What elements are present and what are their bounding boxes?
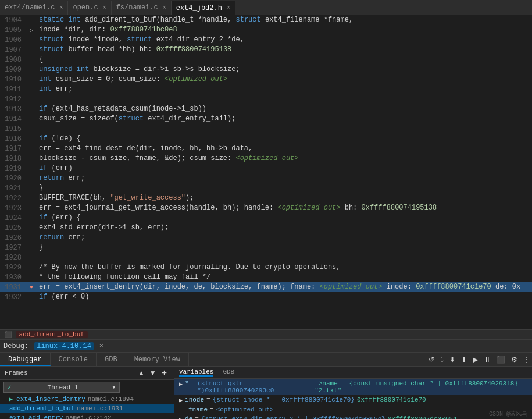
var-value: 0xffff88007dc08654 xyxy=(388,416,457,419)
code-line: 1931● err = ext4_insert_dentry(dir, inod… xyxy=(0,282,532,292)
layout-btn[interactable]: ⋮ xyxy=(522,355,532,364)
close-icon[interactable]: × xyxy=(163,5,166,11)
code-content: { xyxy=(37,55,532,65)
code-content: blocksize - csum_size, fname, &de); csum… xyxy=(37,154,532,164)
frame-function-name: add_dirent_to_buf xyxy=(9,405,74,412)
variables-header: VariablesGDB xyxy=(174,367,532,379)
debug-tab-console[interactable]: Console xyxy=(51,353,97,366)
var-equals: = xyxy=(206,396,210,403)
code-content: struct buffer_head *bh) bh: 0xffff880074… xyxy=(37,45,532,55)
step-over-btn[interactable]: ⤵ xyxy=(438,355,445,364)
line-number: 1918 xyxy=(0,155,26,163)
code-content: return err; xyxy=(37,173,532,183)
tab-label: open.c xyxy=(73,3,98,12)
frames-add-btn[interactable]: + xyxy=(159,368,169,378)
stop-btn[interactable]: ⬛ xyxy=(495,355,507,364)
code-content: csum_size = sizeof(struct ext4_dir_entry… xyxy=(37,114,532,124)
frames-list: ▶ext4_insert_dentry namei.c:1894add_dire… xyxy=(0,395,174,419)
code-content: err = ext4_journal_get_write_access(hand… xyxy=(37,203,532,213)
code-line: 1920 return err; xyxy=(0,173,532,183)
debug-tab-debugger[interactable]: Debugger xyxy=(0,353,51,366)
var-name: inode xyxy=(185,396,204,403)
var-value: 0xffff8800741c1e70 xyxy=(357,396,426,403)
frames-header: Frames ▲ ▼ + xyxy=(0,367,174,380)
frame-item[interactable]: add_dirent_to_buf namei.c:1931 xyxy=(0,404,174,413)
variable-item: ▶inode = {struct inode * | 0xffff8800741… xyxy=(174,395,532,405)
code-content: } xyxy=(37,243,532,253)
code-content: * the following function call may fail *… xyxy=(37,272,532,282)
close-debug-icon[interactable]: × xyxy=(99,342,103,350)
code-content: if (err < 0) xyxy=(37,292,532,302)
var-panel-tab-gdb[interactable]: GDB xyxy=(223,368,234,377)
code-line: 1915 xyxy=(0,124,532,134)
frame-item[interactable]: ▶ext4_insert_dentry namei.c:1894 xyxy=(0,395,174,404)
code-line: 1923 err = ext4_journal_get_write_access… xyxy=(0,203,532,213)
code-line: 1916 if (!de) { xyxy=(0,134,532,144)
line-number: 1924 xyxy=(0,214,26,222)
code-line: 1932 if (err < 0) xyxy=(0,292,532,302)
tab-label: ext4_jbd2.h xyxy=(176,4,222,12)
line-number: 1928 xyxy=(0,254,26,262)
tab-open[interactable]: open.c × xyxy=(68,1,111,15)
code-lines[interactable]: 1904static int add_dirent_to_buf(handle_… xyxy=(0,15,532,329)
code-content: err = ext4_insert_dentry(dir, inode, de,… xyxy=(37,282,532,292)
step-out-btn[interactable]: ⬆ xyxy=(459,355,469,364)
var-type: (struct qstr *)0xffff8800740293e0 xyxy=(197,380,312,394)
frames-down-btn[interactable]: ▼ xyxy=(148,368,158,378)
close-icon[interactable]: × xyxy=(227,5,230,11)
var-equals: = xyxy=(195,416,199,419)
close-icon[interactable]: × xyxy=(103,5,106,11)
line-number: 1929 xyxy=(0,264,26,272)
code-line: 1929 /* By now the buffer is marked for … xyxy=(0,262,532,272)
var-type: {struct ext4_dir_entry_2 * | 0xffff88007… xyxy=(201,416,385,419)
code-line: 1905▷ inode *dir, dir: 0xff7880741bc0e8 xyxy=(0,25,532,35)
tab-fs-namei[interactable]: fs/namei.c × xyxy=(112,1,172,15)
thread-select[interactable]: ✓ Thread-1 ▾ xyxy=(3,382,120,393)
line-number: 1909 xyxy=(0,66,26,74)
expand-arrow-icon[interactable]: ▶ xyxy=(179,397,183,404)
debug-tab-memory-view[interactable]: Memory View xyxy=(126,353,189,366)
debug-bar: Debug: linux-4.10.14 × xyxy=(0,340,532,353)
tab-ext4-namei[interactable]: ext4/namei.c × xyxy=(0,1,68,15)
var-equals: = xyxy=(210,406,214,413)
close-icon[interactable]: × xyxy=(59,5,63,11)
tab-ext4-jbd2[interactable]: ext4_jbd2.h × xyxy=(172,1,235,15)
bottom-panel: Debug: linux-4.10.14 × DebuggerConsoleGD… xyxy=(0,339,532,419)
code-line: 1914 csum_size = sizeof(struct ext4_dir_… xyxy=(0,114,532,124)
line-number: 1919 xyxy=(0,165,26,173)
frame-item[interactable]: ext4_add_entry namei.c:2142 xyxy=(0,413,174,419)
line-number: 1925 xyxy=(0,224,26,232)
step-into-btn[interactable]: ⬇ xyxy=(448,355,457,364)
gutter-icon: ▷ xyxy=(26,27,37,34)
line-number: 1911 xyxy=(0,86,26,94)
frames-up-btn[interactable]: ▲ xyxy=(136,368,147,378)
variable-item: ▶* = (struct qstr *)0xffff8800740293e0 -… xyxy=(174,379,532,395)
code-line: 1919 if (err) xyxy=(0,164,532,173)
expand-arrow-icon[interactable]: ▶ xyxy=(179,381,183,388)
frames-nav: ▲ ▼ + xyxy=(136,368,169,378)
pause-btn[interactable]: ⏸ xyxy=(482,355,492,364)
restart-btn[interactable]: ↺ xyxy=(427,355,436,364)
variables-panel: VariablesGDB ▶* = (struct qstr *)0xffff8… xyxy=(174,367,532,419)
watermark: CSDN @蓝风乌 xyxy=(489,410,527,418)
code-content: int err; xyxy=(37,84,532,94)
settings-btn[interactable]: ⚙ xyxy=(509,355,519,364)
code-content: if (err) xyxy=(37,164,532,173)
var-value: ->name = {const unsigned char * | 0xffff… xyxy=(315,380,527,394)
thread-name: Thread-1 xyxy=(48,384,78,391)
var-name: fname xyxy=(188,406,208,413)
code-content: int csum_size = 0; csum_size: <optimized… xyxy=(37,74,532,84)
chevron-down-icon: ▾ xyxy=(112,384,116,391)
debug-tab-gdb[interactable]: GDB xyxy=(97,353,126,366)
code-content: struct inode *inode, struct ext4_dir_ent… xyxy=(37,35,532,45)
debug-version[interactable]: linux-4.10.14 xyxy=(34,342,94,350)
var-list: ▶* = (struct qstr *)0xffff8800740293e0 -… xyxy=(174,379,532,419)
variable-item: ▶de = {struct ext4_dir_entry_2 * | 0xfff… xyxy=(174,414,532,419)
expand-arrow-icon[interactable]: ▶ xyxy=(179,416,183,419)
continue-btn[interactable]: ▶ xyxy=(471,355,480,364)
code-line: 1925 ext4_std_error(dir->i_sb, err); xyxy=(0,223,532,233)
editor-area: 1904static int add_dirent_to_buf(handle_… xyxy=(0,15,532,329)
var-panel-tab-variables[interactable]: Variables xyxy=(179,368,213,377)
code-content: /* By now the buffer is marked for journ… xyxy=(37,262,532,272)
code-line: 1927 } xyxy=(0,243,532,253)
